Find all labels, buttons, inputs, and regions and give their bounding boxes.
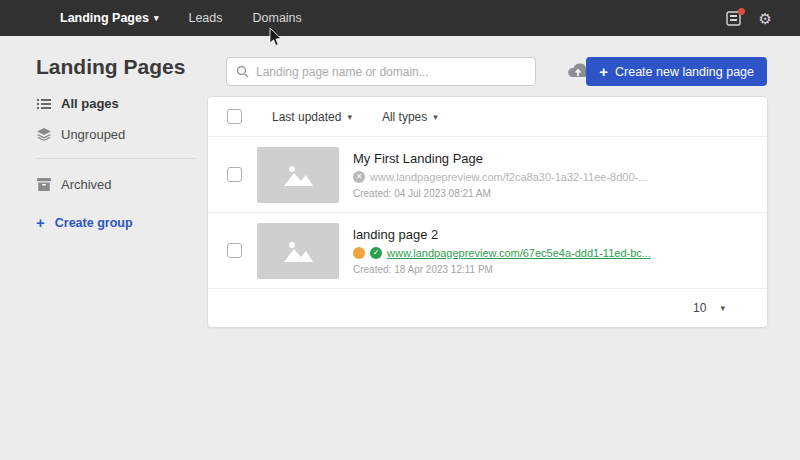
layers-icon bbox=[36, 127, 51, 142]
select-all-checkbox[interactable] bbox=[227, 109, 242, 124]
type-filter-dropdown[interactable]: All types ▾ bbox=[382, 110, 438, 124]
sort-dropdown[interactable]: Last updated ▾ bbox=[272, 110, 352, 124]
created-date: Created: 18 Apr 2023 12:11 PM bbox=[353, 264, 651, 275]
nav-item-label: Domains bbox=[253, 11, 302, 25]
sidebar-divider bbox=[36, 158, 196, 159]
page-url-link[interactable]: www.landpagepreview.com/67ec5e4a-ddd1-11… bbox=[387, 247, 651, 259]
image-placeholder-icon bbox=[281, 162, 315, 188]
sidebar-item-all-pages[interactable]: All pages bbox=[36, 96, 196, 111]
nav-item-label: Landing Pages bbox=[60, 11, 149, 25]
chevron-down-icon: ▾ bbox=[154, 13, 159, 23]
cross-icon: ✕ bbox=[356, 173, 363, 181]
search-box bbox=[226, 57, 536, 86]
plus-icon: + bbox=[599, 64, 608, 79]
archive-icon bbox=[36, 177, 51, 192]
nav-icon-group: ⚙ bbox=[726, 0, 772, 36]
status-unpublished-icon: ✕ bbox=[353, 171, 365, 183]
nav-item-leads[interactable]: Leads bbox=[188, 11, 222, 25]
type-filter-label: All types bbox=[382, 110, 427, 124]
page-url-line: ✓ www.landpagepreview.com/67ec5e4a-ddd1-… bbox=[353, 247, 651, 259]
app-window: Landing Pages ▾ Leads Domains ⚙ Landing … bbox=[0, 0, 800, 460]
list-header: Last updated ▾ All types ▾ bbox=[208, 97, 767, 137]
image-placeholder-icon bbox=[281, 238, 315, 264]
page-title: Landing Pages bbox=[36, 55, 185, 79]
sidebar: All pages Ungrouped Archived bbox=[36, 96, 196, 247]
notifications-icon[interactable] bbox=[726, 11, 741, 26]
row-checkbox[interactable] bbox=[227, 243, 242, 258]
page-size-value: 10 bbox=[693, 301, 706, 315]
table-row[interactable]: My First Landing Page ✕ www.landpageprev… bbox=[208, 137, 767, 213]
sort-dropdown-label: Last updated bbox=[272, 110, 341, 124]
plus-icon: + bbox=[36, 214, 45, 231]
page-url-line: ✕ www.landpagepreview.com/f2ca8a30-1a32-… bbox=[353, 171, 647, 183]
nav-item-label: Leads bbox=[188, 11, 222, 25]
row-checkbox[interactable] bbox=[227, 167, 242, 182]
create-landing-page-button[interactable]: + Create new landing page bbox=[586, 57, 767, 86]
nav-item-domains[interactable]: Domains bbox=[253, 11, 302, 25]
sidebar-item-ungrouped[interactable]: Ungrouped bbox=[36, 127, 196, 142]
chevron-down-icon: ▾ bbox=[433, 112, 438, 122]
page-size-select[interactable]: 10 ▾ bbox=[693, 301, 725, 315]
notification-badge bbox=[738, 8, 745, 15]
create-group-label: Create group bbox=[55, 216, 133, 230]
status-pending-icon bbox=[353, 247, 365, 259]
status-published-icon: ✓ bbox=[370, 247, 382, 259]
gear-icon[interactable]: ⚙ bbox=[759, 11, 772, 26]
search-input[interactable] bbox=[256, 65, 526, 79]
create-group-button[interactable]: + Create group bbox=[36, 214, 196, 231]
search-icon bbox=[236, 65, 249, 78]
nav-item-landing-pages[interactable]: Landing Pages ▾ bbox=[60, 11, 158, 25]
row-details: landing page 2 ✓ www.landpagepreview.com… bbox=[353, 227, 651, 275]
sidebar-item-archived[interactable]: Archived bbox=[36, 177, 196, 192]
top-navigation: Landing Pages ▾ Leads Domains ⚙ bbox=[0, 0, 800, 36]
sidebar-item-label: All pages bbox=[61, 96, 119, 111]
chevron-down-icon: ▾ bbox=[720, 303, 725, 313]
row-details: My First Landing Page ✕ www.landpageprev… bbox=[353, 151, 647, 199]
check-icon: ✓ bbox=[373, 249, 380, 257]
chevron-down-icon: ▾ bbox=[347, 112, 352, 122]
table-row[interactable]: landing page 2 ✓ www.landpagepreview.com… bbox=[208, 213, 767, 289]
create-button-label: Create new landing page bbox=[615, 65, 754, 79]
page-title-text[interactable]: landing page 2 bbox=[353, 227, 651, 242]
page-url: www.landpagepreview.com/f2ca8a30-1a32-11… bbox=[370, 171, 647, 183]
list-footer: 10 ▾ bbox=[208, 289, 767, 327]
sidebar-item-label: Ungrouped bbox=[61, 127, 125, 142]
page-thumbnail[interactable] bbox=[257, 147, 339, 203]
landing-pages-list: Last updated ▾ All types ▾ My First Land… bbox=[207, 96, 768, 328]
created-date: Created: 04 Jul 2023 08:21 AM bbox=[353, 188, 647, 199]
page-thumbnail[interactable] bbox=[257, 223, 339, 279]
list-icon bbox=[36, 96, 51, 111]
sidebar-item-label: Archived bbox=[61, 177, 112, 192]
page-title-text[interactable]: My First Landing Page bbox=[353, 151, 647, 166]
